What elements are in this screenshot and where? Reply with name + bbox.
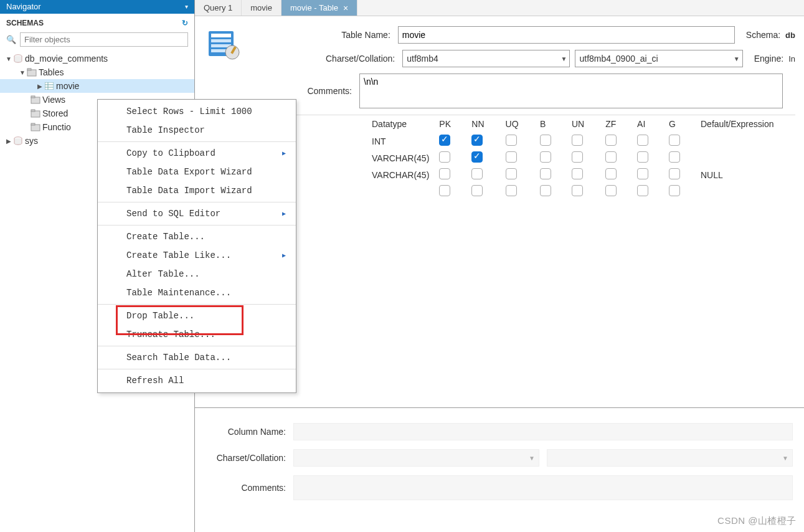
charset-value: utf8mb4 [407, 54, 438, 64]
checkbox[interactable] [471, 168, 483, 179]
checkbox[interactable] [540, 151, 551, 163]
checkbox[interactable] [540, 168, 551, 179]
column-comments-label: Comments: [206, 483, 293, 493]
checkbox[interactable] [572, 151, 583, 163]
checkbox[interactable] [471, 151, 483, 163]
svg-rect-15 [211, 34, 231, 37]
tree-table-movie[interactable]: movie [0, 79, 194, 93]
cell-default[interactable] [696, 183, 795, 200]
context-menu-item[interactable]: Truncate Table... [98, 325, 296, 344]
views-folder-icon [30, 95, 41, 104]
checkbox[interactable] [439, 185, 450, 196]
checkbox[interactable] [637, 135, 648, 146]
checkbox[interactable] [669, 168, 680, 179]
checkbox[interactable] [572, 135, 583, 146]
menu-item-label: Table Data Export Wizard [126, 167, 252, 177]
checkbox[interactable] [439, 135, 450, 146]
context-menu-item[interactable]: Table Inspector [98, 121, 296, 140]
context-menu-item[interactable]: Create Table... [98, 227, 296, 246]
tab-query1[interactable]: Query 1 [195, 0, 242, 16]
svg-rect-12 [31, 123, 35, 125]
collation-combo[interactable]: utf8mb4_0900_ai_ci ▼ [575, 50, 742, 67]
col-ai: AI [632, 115, 664, 133]
filter-objects-input[interactable] [20, 32, 188, 47]
checkbox[interactable] [605, 185, 617, 196]
tab-label: movie - Table [290, 3, 338, 12]
filter-row: 🔍 [0, 31, 194, 50]
menu-item-label: Table Inspector [126, 125, 205, 135]
tab-movie[interactable]: movie [242, 0, 281, 16]
submenu-arrow-icon: ▶ [282, 210, 286, 217]
checkbox[interactable] [540, 135, 551, 146]
tree-tables[interactable]: Tables [0, 65, 194, 79]
chevron-down-icon: ▼ [529, 455, 535, 462]
navigator-tab[interactable]: Navigator ▾ [0, 0, 194, 14]
checkbox[interactable] [471, 135, 483, 146]
tree-functions-label: Functio [41, 122, 71, 132]
checkbox[interactable] [439, 168, 450, 179]
checkbox[interactable] [605, 151, 617, 163]
tab-movie-table[interactable]: movie - Table × [281, 0, 357, 16]
caret-icon[interactable] [36, 83, 44, 90]
checkbox[interactable] [572, 168, 583, 179]
caret-icon[interactable] [19, 69, 26, 76]
table-editor-icon [206, 27, 241, 62]
context-menu-item[interactable]: Send to SQL Editor▶ [98, 204, 296, 223]
checkbox[interactable] [506, 151, 517, 163]
column-name-input[interactable] [293, 423, 793, 440]
svg-rect-2 [27, 69, 31, 70]
checkbox[interactable] [506, 135, 517, 146]
row-column-name: Column Name: [206, 423, 793, 440]
editor-tabs: Query 1 movie movie - Table × [195, 0, 804, 16]
tree-db[interactable]: db_movie_comments [0, 52, 194, 65]
schemas-refresh-icon[interactable]: ↻ [182, 19, 188, 27]
context-menu-item[interactable]: Refresh All [98, 371, 296, 390]
charset-label: Charset/Collation: [247, 54, 402, 64]
checkbox[interactable] [506, 185, 517, 196]
menu-item-label: Alter Table... [126, 269, 200, 279]
context-menu-item[interactable]: Select Rows - Limit 1000 [98, 102, 296, 121]
caret-icon[interactable] [5, 138, 12, 145]
stored-folder-icon [30, 109, 41, 118]
context-menu-item[interactable]: Table Maintenance... [98, 283, 296, 302]
close-icon[interactable]: × [343, 3, 348, 13]
column-comments-input[interactable] [293, 475, 793, 500]
checkbox[interactable] [605, 168, 617, 179]
context-menu-item[interactable]: Table Data Export Wizard [98, 163, 296, 181]
caret-icon[interactable] [5, 55, 12, 62]
table-name-label: Table Name: [247, 30, 398, 40]
column-collation-combo[interactable]: ▼ [547, 449, 793, 467]
navigator-dropdown-icon[interactable]: ▾ [185, 3, 188, 10]
cell-default[interactable] [696, 150, 795, 166]
checkbox[interactable] [637, 168, 648, 179]
checkbox[interactable] [439, 151, 450, 163]
context-menu-item[interactable]: Copy to Clipboard▶ [98, 144, 296, 163]
menu-item-label: Truncate Table... [126, 330, 215, 340]
context-menu-item[interactable]: Alter Table... [98, 265, 296, 283]
checkbox[interactable] [572, 185, 583, 196]
checkbox[interactable] [669, 151, 680, 163]
checkbox[interactable] [669, 185, 680, 196]
row-charset: Charset/Collation: utf8mb4 ▼ utf8mb4_090… [247, 50, 795, 67]
cell-default[interactable]: NULL [696, 166, 795, 183]
menu-item-label: Search Table Data... [126, 353, 231, 363]
row-column-charset: Charset/Collation: ▼ ▼ [206, 449, 793, 467]
context-menu-item[interactable]: Search Table Data... [98, 348, 296, 367]
checkbox[interactable] [471, 185, 483, 196]
table-name-input[interactable] [398, 26, 735, 44]
cell-default[interactable] [696, 133, 795, 150]
context-menu-item[interactable]: Create Table Like...▶ [98, 246, 296, 265]
checkbox[interactable] [637, 185, 648, 196]
charset-combo[interactable]: utf8mb4 ▼ [402, 50, 570, 67]
column-name-label: Column Name: [206, 427, 293, 437]
context-menu-item[interactable]: Table Data Import Wizard [98, 181, 296, 200]
comments-textarea[interactable] [359, 74, 783, 108]
checkbox[interactable] [637, 151, 648, 163]
context-menu-item[interactable]: Drop Table... [98, 306, 296, 325]
checkbox[interactable] [605, 135, 617, 146]
navigator-title: Navigator [6, 2, 41, 11]
checkbox[interactable] [506, 168, 517, 179]
checkbox[interactable] [669, 135, 680, 146]
checkbox[interactable] [540, 185, 551, 196]
column-charset-combo[interactable]: ▼ [293, 449, 539, 467]
